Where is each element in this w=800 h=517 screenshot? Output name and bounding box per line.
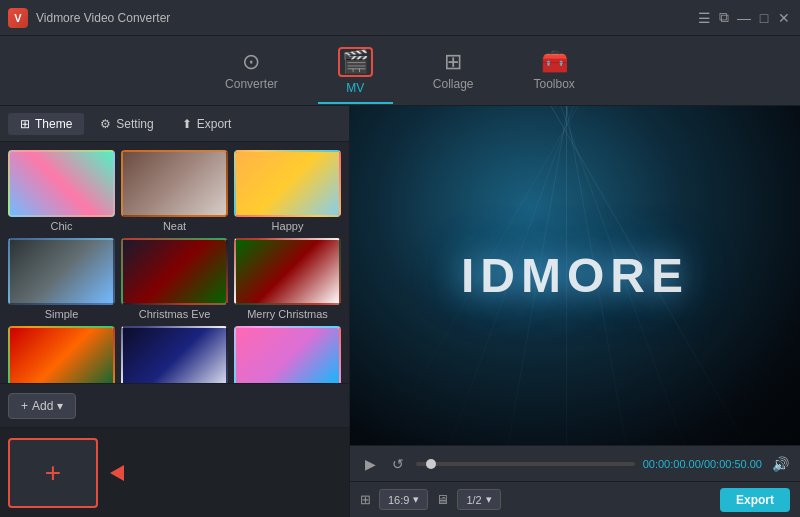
theme-chic[interactable]: Chic (8, 150, 115, 232)
collage-icon: ⊞ (444, 51, 462, 73)
theme-santa-claus[interactable]: Santa Claus (8, 326, 115, 383)
window-icon[interactable]: ⧉ (716, 10, 732, 26)
time-display: 00:00:00.00/00:00:50.00 (643, 458, 762, 470)
play-button[interactable]: ▶ (360, 454, 380, 474)
page-selector[interactable]: 1/2 ▾ (457, 489, 500, 510)
toolbox-icon: 🧰 (541, 51, 568, 73)
theme-stripes-waves[interactable]: Stripes & Waves (234, 326, 341, 383)
theme-grid: Chic Neat Happy Simple Christmas Eve Mer… (0, 142, 349, 383)
monitor-icon: 🖥 (436, 492, 449, 507)
theme-merry-christmas[interactable]: Merry Christmas (234, 238, 341, 320)
nav-bar: ⊙ Converter 🎬 MV ⊞ Collage 🧰 Toolbox (0, 36, 800, 106)
nav-label-toolbox: Toolbox (534, 77, 575, 91)
mv-icon-wrap: 🎬 (338, 47, 373, 77)
sub-nav-theme[interactable]: ⊞ Theme (8, 113, 84, 135)
nav-item-collage[interactable]: ⊞ Collage (413, 43, 494, 99)
minimize-button[interactable]: — (736, 10, 752, 26)
nav-item-mv[interactable]: 🎬 MV (318, 39, 393, 103)
export-button[interactable]: Export (720, 488, 790, 512)
nav-label-mv: MV (346, 81, 364, 95)
progress-dot (426, 459, 436, 469)
ratio-icon: ⊞ (360, 492, 371, 507)
media-strip: + (0, 427, 349, 517)
sub-nav-export[interactable]: ⬆ Export (170, 113, 244, 135)
theme-happy[interactable]: Happy (234, 150, 341, 232)
page-chevron-icon: ▾ (486, 493, 492, 506)
ratio-selector[interactable]: 16:9 ▾ (379, 489, 428, 510)
add-button[interactable]: + Add ▾ (8, 393, 76, 419)
right-panel: IDMORE ▶ ↺ 00:00:00.00/00:00:50.00 🔊 ⊞ 1… (350, 106, 800, 517)
title-bar: V Vidmore Video Converter ☰ ⧉ — □ ✕ (0, 0, 800, 36)
ratio-chevron-icon: ▾ (413, 493, 419, 506)
add-area: + Add ▾ (0, 383, 349, 427)
media-slot-add[interactable]: + (8, 438, 98, 508)
main-area: ⊞ Theme ⚙ Setting ⬆ Export Chic Neat (0, 106, 800, 517)
sub-nav: ⊞ Theme ⚙ Setting ⬆ Export (0, 106, 349, 142)
sub-nav-setting[interactable]: ⚙ Setting (88, 113, 165, 135)
preview-area: IDMORE (350, 106, 800, 445)
nav-item-toolbox[interactable]: 🧰 Toolbox (514, 43, 595, 99)
mv-icon: 🎬 (342, 51, 369, 73)
progress-bar[interactable] (416, 462, 635, 466)
theme-icon: ⊞ (20, 117, 30, 131)
theme-neat[interactable]: Neat (121, 150, 228, 232)
export-icon: ⬆ (182, 117, 192, 131)
converter-icon: ⊙ (242, 51, 260, 73)
theme-simple[interactable]: Simple (8, 238, 115, 320)
settings-icon[interactable]: ☰ (696, 10, 712, 26)
setting-icon: ⚙ (100, 117, 111, 131)
theme-christmas-eve[interactable]: Christmas Eve (121, 238, 228, 320)
nav-label-collage: Collage (433, 77, 474, 91)
volume-button[interactable]: 🔊 (770, 454, 790, 474)
preview-background: IDMORE (350, 106, 800, 445)
close-button[interactable]: ✕ (776, 10, 792, 26)
rewind-button[interactable]: ↺ (388, 454, 408, 474)
theme-snowy-night[interactable]: Snowy Night (121, 326, 228, 383)
nav-item-converter[interactable]: ⊙ Converter (205, 43, 298, 99)
media-plus-icon: + (45, 459, 61, 487)
preview-watermark: IDMORE (461, 248, 689, 303)
arrow-indicator (110, 465, 124, 481)
playback-controls: ▶ ↺ 00:00:00.00/00:00:50.00 🔊 (350, 445, 800, 481)
maximize-button[interactable]: □ (756, 10, 772, 26)
title-bar-left: V Vidmore Video Converter (8, 8, 170, 28)
add-plus-icon: + (21, 399, 28, 413)
nav-label-converter: Converter (225, 77, 278, 91)
add-chevron-icon: ▾ (57, 399, 63, 413)
app-title: Vidmore Video Converter (36, 11, 170, 25)
title-bar-controls: ☰ ⧉ — □ ✕ (696, 10, 792, 26)
left-panel: ⊞ Theme ⚙ Setting ⬆ Export Chic Neat (0, 106, 350, 517)
bottom-controls: ⊞ 16:9 ▾ 🖥 1/2 ▾ Export (350, 481, 800, 517)
app-logo: V (8, 8, 28, 28)
